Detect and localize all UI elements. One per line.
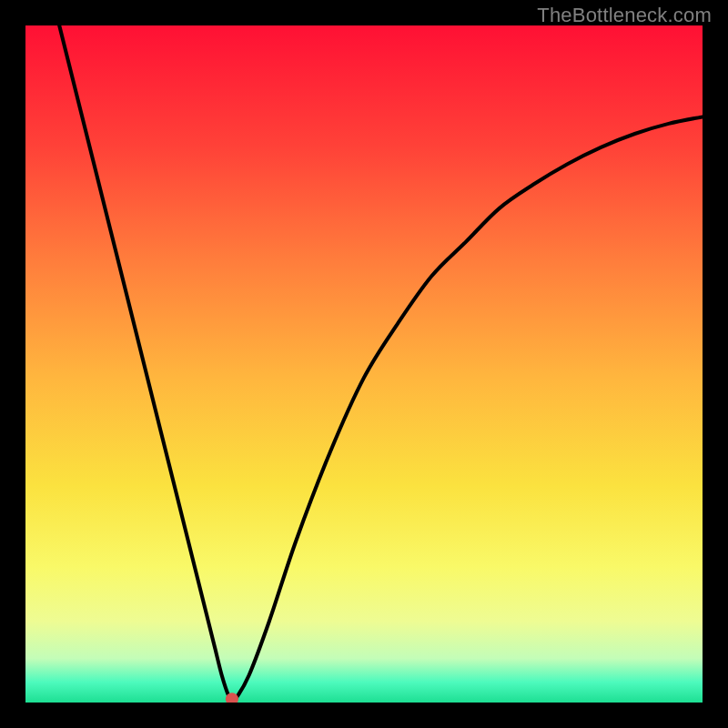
bottleneck-curve: [59, 25, 703, 701]
plot-area: [25, 25, 703, 703]
chart-frame: TheBottleneck.com: [0, 0, 728, 728]
chart-svg: [25, 25, 703, 703]
watermark-text: TheBottleneck.com: [537, 4, 712, 27]
